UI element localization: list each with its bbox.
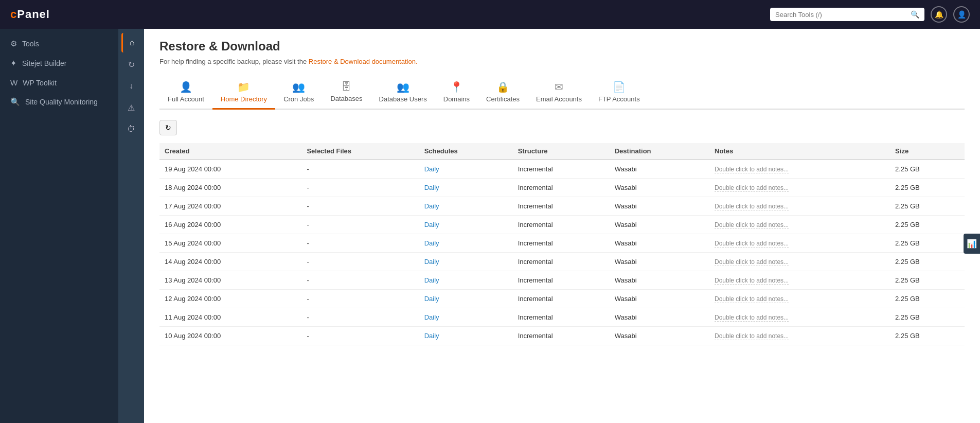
cell-notes[interactable]: Double click to add notes... xyxy=(709,160,890,179)
backup-table: Created Selected Files Schedules Structu… xyxy=(159,143,965,345)
cell-notes[interactable]: Double click to add notes... xyxy=(709,308,890,327)
schedule-link[interactable]: Daily xyxy=(424,221,439,228)
cell-destination: Wasabi xyxy=(610,160,709,179)
tab-databases[interactable]: 🗄 Databases xyxy=(322,76,370,110)
schedule-link[interactable]: Daily xyxy=(424,184,439,191)
table-row[interactable]: 18 Aug 2024 00:00 - Daily Incremental Wa… xyxy=(159,179,965,197)
table-row[interactable]: 12 Aug 2024 00:00 - Daily Incremental Wa… xyxy=(159,290,965,308)
schedule-link[interactable]: Daily xyxy=(424,202,439,210)
tab-certificates[interactable]: 🔒 Certificates xyxy=(478,76,528,110)
cell-created: 19 Aug 2024 00:00 xyxy=(159,160,301,179)
doc-link[interactable]: Restore & Download documentation. xyxy=(309,58,418,65)
icon-sidebar-download[interactable]: ↓ xyxy=(121,76,141,96)
notes-text[interactable]: Double click to add notes... xyxy=(715,203,789,210)
tab-domains[interactable]: 📍 Domains xyxy=(435,76,478,110)
icon-sidebar-history[interactable]: ⏱ xyxy=(121,119,141,139)
schedule-link[interactable]: Daily xyxy=(424,239,439,247)
sidebar: ⚙ Tools ✦ Sitejet Builder W WP Toolkit 🔍… xyxy=(0,29,118,423)
schedule-link[interactable]: Daily xyxy=(424,313,439,321)
cell-files: - xyxy=(301,197,419,216)
cell-structure: Incremental xyxy=(513,271,610,290)
notes-text[interactable]: Double click to add notes... xyxy=(715,314,789,322)
schedule-link[interactable]: Daily xyxy=(424,332,439,340)
sidebar-item-sitejet[interactable]: ✦ Sitejet Builder xyxy=(0,54,118,73)
cell-schedules: Daily xyxy=(419,271,513,290)
col-destination: Destination xyxy=(610,143,709,160)
table-row[interactable]: 17 Aug 2024 00:00 - Daily Incremental Wa… xyxy=(159,197,965,216)
cell-destination: Wasabi xyxy=(610,271,709,290)
icon-sidebar-refresh[interactable]: ↻ xyxy=(121,55,141,74)
cell-notes[interactable]: Double click to add notes... xyxy=(709,290,890,308)
table-row[interactable]: 19 Aug 2024 00:00 - Daily Incremental Wa… xyxy=(159,160,965,179)
schedule-link[interactable]: Daily xyxy=(424,258,439,266)
table-row[interactable]: 14 Aug 2024 00:00 - Daily Incremental Wa… xyxy=(159,253,965,271)
sidebar-item-tools[interactable]: ⚙ Tools xyxy=(0,34,118,54)
cell-notes[interactable]: Double click to add notes... xyxy=(709,234,890,253)
search-icon-button[interactable]: 🔍 xyxy=(911,10,919,19)
search-bar-container: 🔍 xyxy=(770,8,924,21)
notes-text[interactable]: Double click to add notes... xyxy=(715,258,789,266)
tab-full-account[interactable]: 👤 Full Account xyxy=(159,76,212,110)
cell-notes[interactable]: Double click to add notes... xyxy=(709,271,890,290)
float-chart-button[interactable]: 📊 xyxy=(964,234,980,254)
cell-notes[interactable]: Double click to add notes... xyxy=(709,197,890,216)
schedule-link[interactable]: Daily xyxy=(424,295,439,303)
refresh-button[interactable]: ↻ xyxy=(159,120,177,135)
sidebar-item-wptoolkit[interactable]: W WP Toolkit xyxy=(0,73,118,92)
table-row[interactable]: 15 Aug 2024 00:00 - Daily Incremental Wa… xyxy=(159,234,965,253)
cell-size: 2.25 GB xyxy=(890,253,965,271)
notes-text[interactable]: Double click to add notes... xyxy=(715,332,789,340)
notifications-button[interactable]: 🔔 xyxy=(931,6,947,23)
cell-size: 2.25 GB xyxy=(890,234,965,253)
tab-email-accounts[interactable]: ✉ Email Accounts xyxy=(528,76,590,110)
sitejet-icon: ✦ xyxy=(10,59,17,68)
notes-text[interactable]: Double click to add notes... xyxy=(715,221,789,229)
tools-icon: ⚙ xyxy=(10,39,17,48)
cell-notes[interactable]: Double click to add notes... xyxy=(709,253,890,271)
cell-files: - xyxy=(301,234,419,253)
notes-text[interactable]: Double click to add notes... xyxy=(715,295,789,303)
cell-files: - xyxy=(301,160,419,179)
notes-text[interactable]: Double click to add notes... xyxy=(715,277,789,285)
cell-schedules: Daily xyxy=(419,160,513,179)
notes-text[interactable]: Double click to add notes... xyxy=(715,184,789,192)
sidebar-item-wptoolkit-label: WP Toolkit xyxy=(23,79,57,87)
tab-cron-jobs-label: Cron Jobs xyxy=(283,95,314,103)
cron-jobs-icon: 👥 xyxy=(292,81,305,93)
tabs-container: 👤 Full Account 📁 Home Directory 👥 Cron J… xyxy=(159,76,965,110)
table-row[interactable]: 10 Aug 2024 00:00 - Daily Incremental Wa… xyxy=(159,327,965,345)
sidebar-item-sqm[interactable]: 🔍 Site Quality Monitoring xyxy=(0,92,118,112)
icon-sidebar-home[interactable]: ⌂ xyxy=(121,33,141,52)
tab-database-users[interactable]: 👥 Database Users xyxy=(371,76,435,110)
cell-created: 18 Aug 2024 00:00 xyxy=(159,179,301,197)
table-row[interactable]: 11 Aug 2024 00:00 - Daily Incremental Wa… xyxy=(159,308,965,327)
table-row[interactable]: 16 Aug 2024 00:00 - Daily Incremental Wa… xyxy=(159,216,965,234)
icon-sidebar-warning[interactable]: ⚠ xyxy=(121,98,141,117)
page-description: For help finding a specific backup, plea… xyxy=(159,58,965,65)
table-row[interactable]: 13 Aug 2024 00:00 - Daily Incremental Wa… xyxy=(159,271,965,290)
user-account-button[interactable]: 👤 xyxy=(953,6,970,23)
tab-ftp-accounts[interactable]: 📄 FTP Accounts xyxy=(590,76,648,110)
tab-home-directory[interactable]: 📁 Home Directory xyxy=(212,76,275,110)
cell-schedules: Daily xyxy=(419,308,513,327)
tab-ftp-accounts-label: FTP Accounts xyxy=(598,95,640,103)
cell-notes[interactable]: Double click to add notes... xyxy=(709,216,890,234)
notes-text[interactable]: Double click to add notes... xyxy=(715,240,789,248)
cell-destination: Wasabi xyxy=(610,327,709,345)
notes-text[interactable]: Double click to add notes... xyxy=(715,166,789,173)
ftp-accounts-icon: 📄 xyxy=(613,81,626,93)
cell-created: 11 Aug 2024 00:00 xyxy=(159,308,301,327)
cell-created: 14 Aug 2024 00:00 xyxy=(159,253,301,271)
search-input[interactable] xyxy=(775,11,911,19)
wp-icon: W xyxy=(10,78,17,87)
home-directory-icon: 📁 xyxy=(237,81,250,93)
cell-structure: Incremental xyxy=(513,179,610,197)
schedule-link[interactable]: Daily xyxy=(424,276,439,284)
cell-schedules: Daily xyxy=(419,327,513,345)
cell-notes[interactable]: Double click to add notes... xyxy=(709,327,890,345)
schedule-link[interactable]: Daily xyxy=(424,165,439,173)
tab-cron-jobs[interactable]: 👥 Cron Jobs xyxy=(275,76,322,110)
sidebar-item-tools-label: Tools xyxy=(22,40,39,48)
cell-notes[interactable]: Double click to add notes... xyxy=(709,179,890,197)
cell-structure: Incremental xyxy=(513,308,610,327)
